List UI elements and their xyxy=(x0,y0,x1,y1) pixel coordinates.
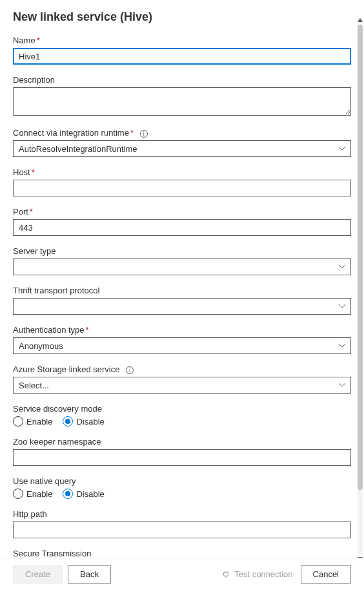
thrift-protocol-select[interactable] xyxy=(13,298,351,315)
required-asterisk: * xyxy=(37,36,40,45)
name-label: Name* xyxy=(13,36,351,45)
integration-runtime-select[interactable]: AutoResolveIntegrationRuntime xyxy=(13,140,351,157)
description-label: Description xyxy=(13,75,351,85)
chevron-down-icon xyxy=(339,383,345,387)
port-label: Port* xyxy=(13,207,351,216)
chevron-down-icon xyxy=(339,265,345,269)
http-path-input[interactable] xyxy=(13,522,351,538)
scrollbar-up-arrow[interactable] xyxy=(358,17,363,23)
required-asterisk: * xyxy=(32,167,35,177)
scrollbar-track[interactable] xyxy=(358,25,363,554)
back-button[interactable]: Back xyxy=(68,565,111,584)
create-button[interactable]: Create xyxy=(13,565,63,584)
info-icon[interactable]: i xyxy=(140,130,148,138)
required-asterisk: * xyxy=(130,128,134,138)
chevron-down-icon xyxy=(339,147,345,151)
zookeeper-input[interactable] xyxy=(13,449,351,466)
server-type-label: Server type xyxy=(13,246,351,256)
http-path-label: Http path xyxy=(13,509,351,519)
service-discovery-disable-radio[interactable]: Disable xyxy=(63,416,104,427)
auth-type-select[interactable]: Anonymous xyxy=(13,337,351,354)
scrollbar-thumb[interactable] xyxy=(358,25,363,490)
required-asterisk: * xyxy=(86,325,89,335)
native-query-enable-radio[interactable]: Enable xyxy=(13,489,52,499)
azure-storage-label: Azure Storage linked service i xyxy=(13,364,351,374)
secure-transmission-label: Secure Transmission xyxy=(13,549,351,558)
auth-type-label: Authentication type* xyxy=(13,325,351,335)
service-discovery-label: Service discovery mode xyxy=(13,404,351,414)
chevron-down-icon xyxy=(339,304,345,308)
port-input[interactable] xyxy=(13,219,351,236)
test-connection-button[interactable]: Test connection xyxy=(221,569,292,579)
zookeeper-label: Zoo keeper namespace xyxy=(13,437,351,447)
native-query-label: Use native query xyxy=(13,476,351,486)
chevron-down-icon xyxy=(339,344,345,348)
description-input[interactable] xyxy=(13,87,351,116)
host-label: Host* xyxy=(13,167,351,177)
required-asterisk: * xyxy=(30,207,33,216)
plug-icon xyxy=(221,570,230,579)
page-title: New linked service (Hive) xyxy=(13,10,351,24)
cancel-button[interactable]: Cancel xyxy=(301,565,351,584)
integration-runtime-label: Connect via integration runtime* i xyxy=(13,128,351,138)
service-discovery-enable-radio[interactable]: Enable xyxy=(13,416,52,427)
azure-storage-select[interactable]: Select... xyxy=(13,377,351,394)
host-input[interactable] xyxy=(13,180,351,196)
footer: Create Back Test connection Cancel xyxy=(0,558,364,590)
native-query-disable-radio[interactable]: Disable xyxy=(63,489,104,499)
thrift-protocol-label: Thrift transport protocol xyxy=(13,286,351,295)
name-input[interactable] xyxy=(13,48,351,65)
server-type-select[interactable] xyxy=(13,258,351,275)
info-icon[interactable]: i xyxy=(126,366,134,374)
